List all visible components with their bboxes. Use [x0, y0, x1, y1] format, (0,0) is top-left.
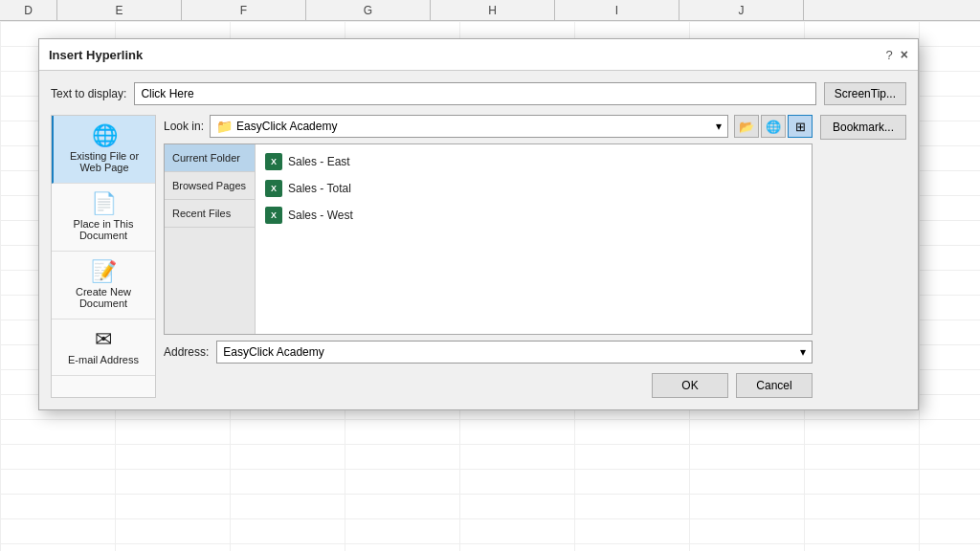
browser-files: X Sales - East X Sales - Total X Sales -… — [256, 144, 812, 334]
toolbar-web-icon: 🌐 — [766, 120, 781, 134]
toolbar-icons: 📂 🌐 ⊞ — [734, 115, 813, 138]
lookin-row: Look in: 📁 EasyClick Academy ▾ 📂 — [164, 115, 813, 138]
cancel-button[interactable]: Cancel — [736, 373, 813, 398]
excel-icon-sales-east: X — [265, 153, 282, 170]
center-panel: Look in: 📁 EasyClick Academy ▾ 📂 — [164, 115, 813, 398]
file-name-sales-total: Sales - Total — [288, 182, 351, 195]
col-header-j: J — [679, 0, 804, 20]
toolbar-view-btn[interactable]: ⊞ — [788, 115, 813, 138]
insert-hyperlink-dialog: Insert Hyperlink ? × Text to display: Sc… — [38, 38, 919, 410]
address-chevron-icon: ▾ — [800, 345, 806, 359]
browser-nav-browsed-pages[interactable]: Browsed Pages — [165, 172, 255, 200]
toolbar-web-btn[interactable]: 🌐 — [761, 115, 786, 138]
col-header-f: F — [182, 0, 306, 20]
titlebar-controls: ? × — [886, 47, 908, 62]
address-label: Address: — [164, 345, 209, 359]
address-row: Address: EasyClick Academy ▾ — [164, 341, 813, 364]
col-header-e: E — [57, 0, 182, 20]
file-item-sales-east[interactable]: X Sales - East — [261, 150, 806, 173]
toolbar-view-icon: ⊞ — [795, 120, 806, 134]
help-button[interactable]: ? — [886, 48, 893, 62]
excel-icon-sales-total: X — [265, 180, 282, 197]
sidebar-item-place-label: Place in This Document — [57, 218, 149, 241]
sidebar-item-create-new[interactable]: 📝 Create New Document — [52, 252, 155, 320]
lookin-value: EasyClick Academy — [236, 120, 337, 133]
col-header-d: D — [0, 0, 57, 20]
folder-icon: 📁 — [216, 119, 233, 134]
browser-nav: Current Folder Browsed Pages Recent File… — [165, 144, 256, 334]
close-button[interactable]: × — [901, 47, 908, 62]
place-in-doc-icon: 📄 — [91, 193, 117, 214]
bookmark-button[interactable]: Bookmark... — [820, 115, 906, 140]
lookin-select[interactable]: 📁 EasyClick Academy ▾ — [210, 115, 728, 138]
dialog-title: Insert Hyperlink — [49, 48, 143, 62]
col-header-i: I — [555, 0, 679, 20]
text-display-label: Text to display: — [51, 87, 126, 100]
col-header-h: H — [431, 0, 555, 20]
main-content: 🌐 Existing File or Web Page 📄 Place in T… — [51, 115, 906, 398]
sidebar-item-create-label: Create New Document — [57, 286, 149, 309]
file-browser: Current Folder Browsed Pages Recent File… — [164, 143, 813, 335]
file-item-sales-west[interactable]: X Sales - West — [261, 204, 806, 227]
column-headers: D E F G H I J — [0, 0, 980, 21]
text-display-row: Text to display: ScreenTip... — [51, 82, 906, 105]
browser-nav-current-folder[interactable]: Current Folder — [165, 144, 255, 172]
right-buttons: Bookmark... — [820, 115, 906, 398]
ok-button[interactable]: OK — [652, 373, 728, 398]
lookin-label: Look in: — [164, 120, 204, 133]
browser-nav-recent-files[interactable]: Recent Files — [165, 200, 255, 228]
file-item-sales-total[interactable]: X Sales - Total — [261, 177, 806, 200]
file-name-sales-west: Sales - West — [288, 209, 353, 222]
text-display-input[interactable] — [134, 82, 815, 105]
bottom-buttons: OK Cancel — [164, 373, 813, 398]
dialog-body: Text to display: ScreenTip... 🌐 Existing… — [39, 71, 918, 409]
email-icon: ✉ — [95, 329, 112, 350]
create-new-icon: 📝 — [91, 261, 117, 282]
col-header-g: G — [306, 0, 431, 20]
lookin-select-text: 📁 EasyClick Academy — [216, 119, 337, 134]
toolbar-folder-icon: 📂 — [739, 120, 754, 134]
address-value: EasyClick Academy — [223, 345, 323, 359]
screentip-button[interactable]: ScreenTip... — [824, 82, 906, 105]
address-select[interactable]: EasyClick Academy ▾ — [216, 341, 813, 364]
excel-icon-sales-west: X — [265, 207, 282, 224]
file-name-sales-east: Sales - East — [288, 155, 350, 168]
sidebar-item-existing-file[interactable]: 🌐 Existing File or Web Page — [52, 116, 155, 184]
sidebar-item-existing-file-label: Existing File or Web Page — [59, 150, 149, 173]
sidebar-item-place-in-doc[interactable]: 📄 Place in This Document — [52, 184, 155, 252]
left-sidebar: 🌐 Existing File or Web Page 📄 Place in T… — [51, 115, 156, 398]
existing-file-icon: 🌐 — [92, 125, 118, 146]
dialog-titlebar: Insert Hyperlink ? × — [39, 39, 918, 71]
sidebar-item-email[interactable]: ✉ E-mail Address — [52, 320, 155, 376]
toolbar-folder-btn[interactable]: 📂 — [734, 115, 759, 138]
lookin-chevron-icon: ▾ — [716, 120, 722, 133]
sidebar-item-email-label: E-mail Address — [68, 354, 139, 365]
